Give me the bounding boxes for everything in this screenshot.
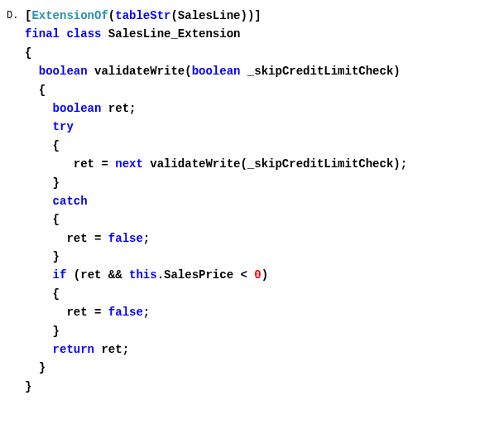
assign: ret = <box>66 232 108 245</box>
line-4: boolean validateWrite(boolean _skipCredi… <box>39 65 401 78</box>
call: validateWrite(_skipCreditLimitCheck); <box>143 157 407 171</box>
kw-boolean: boolean <box>39 65 88 78</box>
brace-open: { <box>39 84 46 97</box>
class-name: SalesLine_Extension <box>108 27 241 41</box>
kw-next: next <box>115 157 143 171</box>
line-13: ret = false; <box>66 232 150 245</box>
line-15: if (ret && this.SalesPrice < 0) <box>53 268 268 282</box>
param: _skipCreditLimitCheck) <box>240 65 400 78</box>
method-name: validateWrite( <box>94 65 192 78</box>
brace-open: { <box>53 287 60 301</box>
kw-boolean: boolean <box>53 102 102 115</box>
brace-close: } <box>53 250 60 263</box>
brace-close: } <box>53 325 60 338</box>
kw-if: if <box>53 268 67 282</box>
line-9: ret = next validateWrite(_skipCreditLimi… <box>74 157 407 171</box>
assign: ret = <box>74 157 115 171</box>
brace-open: { <box>53 139 60 152</box>
kw-this: this <box>129 268 157 282</box>
brace-close: } <box>53 176 60 190</box>
line-17: ret = false; <box>66 306 150 319</box>
code-block: [ExtensionOf(tableStr(SalesLine))] final… <box>25 7 407 396</box>
arg-salesline: SalesLine <box>178 9 241 22</box>
kw-return: return <box>53 343 94 356</box>
assign: ret = <box>66 306 108 319</box>
kw-final: final <box>25 27 60 41</box>
kw-tablestr: tableStr <box>115 9 170 22</box>
cond-close: ) <box>262 268 268 282</box>
num-zero: 0 <box>254 268 261 282</box>
fn-extensionof: ExtensionOf <box>31 9 108 22</box>
kw-false: false <box>108 232 143 245</box>
code-snippet-container: D. [ExtensionOf(tableStr(SalesLine))] fi… <box>7 7 497 396</box>
line-6: boolean ret; <box>53 102 137 115</box>
cond-open: (ret && <box>66 268 129 282</box>
close: ))] <box>240 9 261 22</box>
semi: ; <box>143 232 150 245</box>
kw-boolean: boolean <box>192 65 241 78</box>
option-label: D. <box>7 8 22 24</box>
brace-close: } <box>25 380 31 393</box>
brace-open: { <box>25 46 31 60</box>
brace-close: } <box>39 361 46 374</box>
semi: ; <box>143 306 150 319</box>
kw-try: try <box>53 120 74 133</box>
kw-class: class <box>66 27 101 41</box>
paren: ( <box>108 9 115 22</box>
prop: .SalesPrice < <box>157 268 255 282</box>
paren: ( <box>170 9 177 22</box>
brace-open: { <box>53 213 60 226</box>
var-ret: ret; <box>94 343 129 356</box>
line-2: final class SalesLine_Extension <box>25 27 240 41</box>
line-19: return ret; <box>53 343 129 356</box>
var-ret: ret; <box>101 102 136 115</box>
kw-false: false <box>108 306 143 319</box>
kw-catch: catch <box>53 195 88 208</box>
line-1: [ExtensionOf(tableStr(SalesLine))] <box>25 9 262 22</box>
